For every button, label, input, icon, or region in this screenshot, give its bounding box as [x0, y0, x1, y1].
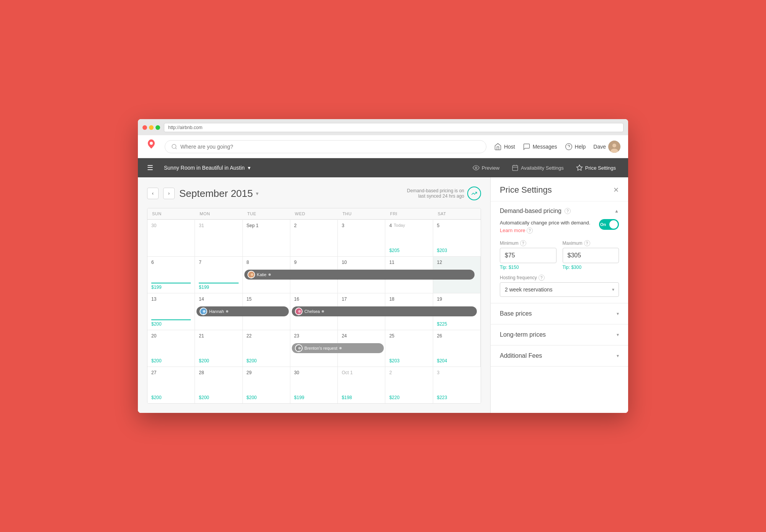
- messages-icon: [523, 143, 530, 151]
- toggle-knob: [609, 220, 618, 229]
- svg-point-18: [298, 310, 301, 313]
- cell-sep21[interactable]: 21 $200: [195, 330, 242, 367]
- help-nav-item[interactable]: Help: [565, 143, 586, 151]
- month-dropdown-arrow[interactable]: ▾: [256, 190, 259, 196]
- min-price-input[interactable]: [500, 248, 556, 263]
- freq-label: Hosting frequency ?: [500, 275, 619, 281]
- search-bar[interactable]: [165, 140, 486, 153]
- browser-dots: [142, 125, 160, 130]
- price-inputs: Minimum ? Tip: $150 Maximum ?: [500, 240, 619, 270]
- demand-collapse-icon[interactable]: ▲: [614, 208, 619, 214]
- cell-sep29[interactable]: 29 $200: [243, 367, 290, 403]
- katie-avatar: [247, 271, 255, 278]
- demand-badge: Demand-based pricing is on last synced 2…: [407, 187, 481, 200]
- booking-hannah[interactable]: Hannah: [196, 306, 289, 316]
- calendar-area: ‹ › September 2015 ▾ Demand-based pricin…: [138, 177, 490, 413]
- demand-trend-icon[interactable]: [467, 187, 481, 200]
- cell-sep28[interactable]: 28 $200: [195, 367, 242, 403]
- learn-more-help-icon[interactable]: ?: [527, 228, 533, 234]
- booking-katie[interactable]: Katie: [244, 270, 475, 280]
- cell-oct1[interactable]: Oct 1 $198: [338, 367, 385, 403]
- preview-icon: [473, 164, 480, 171]
- chelsea-end-dot: [322, 310, 324, 313]
- demand-section-header[interactable]: Demand-based pricing ? ▲: [500, 208, 619, 214]
- cell-sep1[interactable]: Sep 1: [243, 220, 290, 256]
- additional-fees-header[interactable]: Additional Fees ▾: [491, 345, 628, 366]
- booking-chelsea[interactable]: Chelsea: [292, 306, 477, 316]
- price-settings-nav-item[interactable]: Price Settings: [570, 161, 622, 174]
- max-help-icon[interactable]: ?: [584, 240, 590, 246]
- cell-sep3[interactable]: 3: [338, 220, 385, 256]
- cell-sep13[interactable]: 13 $200: [147, 293, 195, 330]
- help-label: Help: [575, 144, 586, 150]
- user-nav-item[interactable]: Dave: [593, 141, 620, 153]
- svg-point-15: [203, 310, 206, 313]
- close-panel-button[interactable]: ✕: [613, 186, 619, 194]
- min-label: Minimum ?: [500, 240, 556, 246]
- top-nav: Host Messages Help Dave: [138, 135, 628, 158]
- min-help-icon[interactable]: ?: [520, 240, 526, 246]
- right-panel: Price Settings ✕ Demand-based pricing ? …: [490, 177, 628, 413]
- cell-sep25[interactable]: 25 $203: [385, 330, 433, 367]
- booking-brenton[interactable]: Brenton's request: [292, 343, 384, 353]
- host-nav-item[interactable]: Host: [494, 143, 515, 151]
- svg-rect-7: [512, 165, 518, 171]
- cell-oct3[interactable]: 3 $223: [433, 367, 481, 403]
- browser-chrome: http://airbnb.com: [138, 119, 628, 135]
- hosting-frequency-group: Hosting frequency ? 2 week reservations …: [500, 275, 619, 297]
- preview-nav-item[interactable]: Preview: [466, 161, 506, 174]
- cell-sep20[interactable]: 20 $200: [147, 330, 195, 367]
- day-sun: Sun: [147, 208, 195, 219]
- cell-sep22[interactable]: 22 $200: [243, 330, 290, 367]
- auto-price-row: Automatically change price with demand. …: [500, 219, 619, 234]
- calendar-days-header: Sun Mon Tue Wed Thu Fri Sat: [147, 208, 481, 220]
- brenton-end-dot: [339, 347, 342, 349]
- day-thu: Thu: [338, 208, 385, 219]
- cell-sep30[interactable]: 30 $199: [290, 367, 338, 403]
- address-bar[interactable]: http://airbnb.com: [164, 123, 624, 132]
- nav-actions: Host Messages Help Dave: [494, 141, 620, 153]
- dot-close[interactable]: [142, 125, 147, 130]
- dot-minimize[interactable]: [149, 125, 154, 130]
- next-month-button[interactable]: ›: [163, 188, 175, 199]
- base-prices-chevron: ▾: [617, 311, 619, 316]
- prev-month-button[interactable]: ‹: [147, 188, 159, 199]
- demand-help-icon[interactable]: ?: [565, 208, 571, 214]
- max-tip: Tip: $300: [563, 265, 619, 270]
- base-prices-header[interactable]: Base prices ▾: [491, 303, 628, 324]
- toggle-label: On: [600, 222, 606, 227]
- cell-sep2[interactable]: 2: [290, 220, 338, 256]
- listing-selector[interactable]: Sunny Room in Beautiful in Austin ▾: [159, 162, 282, 174]
- search-input[interactable]: [180, 144, 480, 150]
- cell-sep6[interactable]: 6 $199: [147, 257, 195, 293]
- hamburger-button[interactable]: ☰: [144, 160, 156, 175]
- cell-sep27[interactable]: 27 $200: [147, 367, 195, 403]
- messages-nav-item[interactable]: Messages: [523, 143, 557, 151]
- cell-sep5[interactable]: 5 $203: [433, 220, 481, 256]
- cell-sep7[interactable]: 7 $199: [195, 257, 242, 293]
- freq-help-icon[interactable]: ?: [538, 275, 545, 281]
- freq-select[interactable]: 2 week reservations 1 week reservations …: [500, 282, 619, 297]
- long-term-header[interactable]: Long-term prices ▾: [491, 324, 628, 345]
- svg-point-1: [565, 143, 572, 150]
- learn-more-link[interactable]: Learn more: [500, 228, 525, 233]
- calendar-week-5: 27 $200 28 $200 29 $200 30 $199: [147, 367, 481, 403]
- airbnb-logo[interactable]: [146, 139, 157, 154]
- cell-oct2[interactable]: 2 $220: [385, 367, 433, 403]
- cell-sep4[interactable]: 4 Today $205: [385, 220, 433, 256]
- availability-icon: [512, 164, 519, 171]
- calendar-week-1: 30 31 Sep 1 2 3 4 Today $205 5 $203: [147, 220, 481, 257]
- cell-30[interactable]: 30: [147, 220, 195, 256]
- svg-point-21: [298, 347, 301, 350]
- cell-31[interactable]: 31: [195, 220, 242, 256]
- dot-maximize[interactable]: [155, 125, 160, 130]
- cell-sep26[interactable]: 26 $204: [433, 330, 481, 367]
- day-fri: Fri: [385, 208, 433, 219]
- additional-fees-title: Additional Fees: [500, 352, 542, 359]
- demand-toggle[interactable]: On: [599, 219, 619, 230]
- calendar-nav: ‹ › September 2015 ▾: [147, 188, 259, 200]
- additional-fees-chevron: ▾: [617, 353, 619, 358]
- max-price-input[interactable]: [563, 248, 619, 263]
- availability-nav-item[interactable]: Availability Settings: [506, 161, 570, 174]
- hannah-avatar: [200, 308, 207, 315]
